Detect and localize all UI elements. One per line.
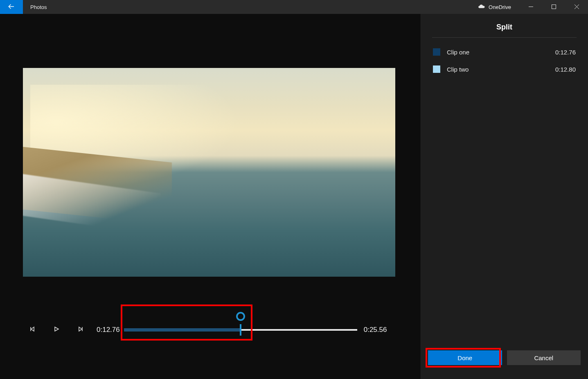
video-preview[interactable] <box>23 68 395 277</box>
editor-area: 0:12.76 0:25.56 <box>0 14 420 379</box>
close-icon <box>574 4 579 10</box>
current-time: 0:12.76 <box>97 326 120 334</box>
split-panel: Split Clip one 0:12.76 Clip two 0:12.80 … <box>420 14 588 379</box>
clip-one-label: Clip one <box>447 49 549 56</box>
minimize-icon <box>529 4 533 10</box>
cancel-button[interactable]: Cancel <box>507 350 581 365</box>
panel-title: Split <box>421 14 588 37</box>
svg-marker-5 <box>31 327 34 331</box>
svg-marker-8 <box>79 327 82 331</box>
close-button[interactable] <box>565 0 588 14</box>
minimize-button[interactable] <box>519 0 542 14</box>
split-handle-stem <box>240 324 241 336</box>
clip-two-swatch-icon <box>433 65 440 73</box>
main-area: 0:12.76 0:25.56 Split Clip one 0:12.7 <box>0 14 588 379</box>
total-time: 0:25.56 <box>364 326 387 334</box>
svg-marker-7 <box>55 327 59 331</box>
split-slider[interactable] <box>124 318 357 342</box>
clip-one-swatch-icon <box>433 48 440 56</box>
cloud-icon <box>478 3 485 11</box>
panel-divider <box>432 37 577 38</box>
titlebar-spacer <box>47 0 474 14</box>
play-icon <box>54 326 59 334</box>
app-name: Photos <box>23 0 47 14</box>
onedrive-status[interactable]: OneDrive <box>474 3 519 11</box>
arrow-left-icon <box>8 3 15 11</box>
slider-track-clip-one <box>124 328 241 332</box>
maximize-button[interactable] <box>542 0 565 14</box>
titlebar: Photos OneDrive <box>0 0 588 14</box>
clip-two-duration: 0:12.80 <box>555 66 576 73</box>
frame-back-icon <box>30 326 36 334</box>
play-button[interactable] <box>52 326 61 334</box>
split-handle[interactable] <box>236 312 245 321</box>
done-button[interactable]: Done <box>428 350 502 365</box>
clip-one-duration: 0:12.76 <box>555 49 576 56</box>
frame-forward-button[interactable] <box>76 326 84 334</box>
frame-forward-icon <box>77 326 83 334</box>
svg-rect-2 <box>552 5 556 9</box>
annotation-highlight-slider <box>121 305 252 341</box>
onedrive-label: OneDrive <box>489 4 511 10</box>
clip-two-label: Clip two <box>447 66 549 73</box>
panel-buttons: Done Cancel <box>421 350 588 379</box>
clip-row-one[interactable]: Clip one 0:12.76 <box>421 43 588 61</box>
clip-row-two[interactable]: Clip two 0:12.80 <box>421 61 588 78</box>
maximize-icon <box>552 4 556 10</box>
back-button[interactable] <box>0 0 23 14</box>
frame-back-button[interactable] <box>29 326 37 334</box>
playback-controls: 0:12.76 0:25.56 <box>29 309 397 350</box>
app-root: Photos OneDrive <box>0 0 588 379</box>
